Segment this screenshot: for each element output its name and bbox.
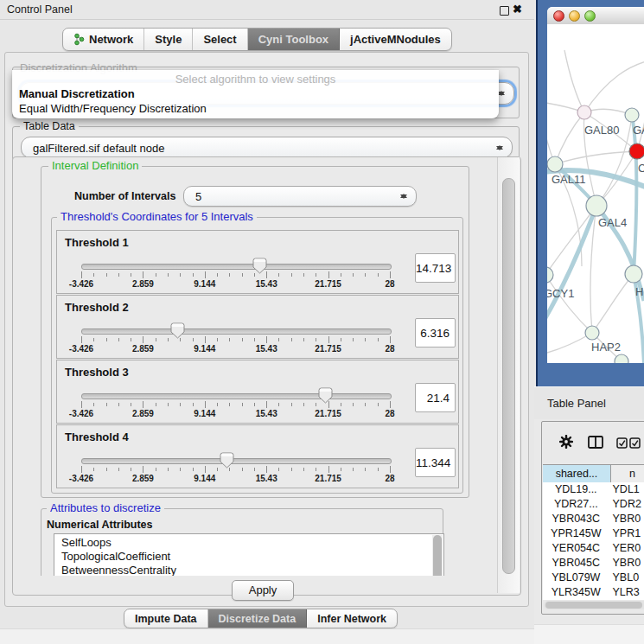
tick-label: 28 <box>368 474 411 483</box>
threshold-value-field[interactable]: 11.344 <box>415 448 456 477</box>
network-edge[interactable] <box>592 274 634 333</box>
settings-scroll-panel: Interval Definition Number of Intervals … <box>12 156 521 596</box>
apply-button[interactable]: Apply <box>232 580 294 601</box>
network-edge[interactable] <box>547 333 592 354</box>
tab-cyni-toolbox[interactable]: Cyni Toolbox <box>248 29 340 50</box>
threshold-value-field[interactable]: 21.4 <box>415 383 456 412</box>
slider-thumb[interactable] <box>170 322 185 339</box>
table-row[interactable]: YBR045CYBR0 <box>543 556 644 571</box>
network-node[interactable] <box>625 108 639 122</box>
minimize-traffic-light-icon[interactable] <box>569 10 580 22</box>
popup-option-manual[interactable]: Manual Discretization <box>19 87 135 100</box>
float-window-icon[interactable] <box>500 6 509 16</box>
tab-infer-network[interactable]: Infer Network <box>307 609 397 628</box>
network-node[interactable] <box>547 156 563 172</box>
tick-mark <box>378 468 379 471</box>
network-node[interactable] <box>629 143 644 159</box>
checkbox-icon[interactable] <box>629 437 641 452</box>
table-row[interactable]: YBR043CYBR0 <box>543 512 644 526</box>
network-edge[interactable] <box>584 61 644 112</box>
network-graph[interactable]: GAL80GACGAL11GAL4HGCY1HAP2 <box>547 24 644 363</box>
tab-label: jActiveMNodules <box>350 33 441 46</box>
tab-discretize-data[interactable]: Discretize Data <box>208 609 308 628</box>
close-traffic-light-icon[interactable] <box>553 10 564 22</box>
tick-mark <box>328 466 329 473</box>
slider-track[interactable] <box>81 458 392 464</box>
network-node[interactable] <box>625 265 642 283</box>
tick-mark <box>229 338 230 341</box>
network-edge[interactable] <box>555 151 637 164</box>
network-edge[interactable] <box>555 112 584 164</box>
network-node[interactable] <box>615 354 628 363</box>
column-header-shared-name[interactable]: shared... <box>543 465 611 482</box>
network-node[interactable] <box>585 326 599 340</box>
network-edge[interactable] <box>637 93 644 151</box>
control-panel-titlebar: Control Panel ✖ <box>0 0 534 20</box>
table-row[interactable]: YLR345WYLR3 <box>543 585 644 600</box>
number-of-intervals-combo[interactable]: 5 <box>183 186 417 207</box>
tick-mark <box>303 403 304 406</box>
tab-label: Network <box>89 33 133 46</box>
table-row[interactable]: YBL079WYBL0 <box>543 571 644 585</box>
slider-track[interactable] <box>81 264 392 270</box>
network-edge[interactable] <box>564 50 584 112</box>
tab-jactivemnodules[interactable]: jActiveMNodules <box>340 29 451 50</box>
vertical-scrollbar[interactable] <box>497 157 520 593</box>
close-icon[interactable]: ✖ <box>513 3 522 16</box>
tab-style[interactable]: Style <box>144 29 193 50</box>
right-column: GAL80GACGAL11GAL4HGCY1HAP2 Table Panel <box>534 0 644 644</box>
network-canvas[interactable]: GAL80GACGAL11GAL4HGCY1HAP2 <box>547 24 644 363</box>
split-columns-icon[interactable] <box>588 436 603 452</box>
node-label: GAL4 <box>598 216 627 229</box>
network-node[interactable] <box>586 195 607 216</box>
table-row[interactable]: YPR145WYPR1 <box>543 526 644 541</box>
table-header-row: shared... n <box>543 464 644 483</box>
network-edge-thick[interactable] <box>632 115 637 274</box>
tick-mark <box>328 271 329 278</box>
zoom-traffic-light-icon[interactable] <box>584 10 596 22</box>
attribute-list-item[interactable]: SelfLoops <box>54 536 443 550</box>
hscroll-thumb[interactable] <box>545 602 642 609</box>
network-view-frame[interactable]: GAL80GACGAL11GAL4HGCY1HAP2 <box>536 0 644 386</box>
attribute-list-item[interactable]: TopologicalCoefficient <box>54 550 443 564</box>
table-row[interactable]: YDL19...YDL1 <box>543 482 644 497</box>
slider-track[interactable] <box>81 328 392 335</box>
column-header-name[interactable]: n <box>611 465 644 482</box>
tick-mark <box>180 468 181 471</box>
tick-label: -3.426 <box>60 474 103 483</box>
slider-thumb[interactable] <box>252 258 267 274</box>
scrollbar-thumb[interactable] <box>502 178 515 574</box>
tick-mark <box>390 336 391 343</box>
tab-select[interactable]: Select <box>193 29 247 50</box>
table-data-combo[interactable]: galFiltered.sif default node <box>21 137 513 158</box>
table-cell-name: YPR1 <box>609 526 644 541</box>
numerical-attributes-list[interactable]: SelfLoopsTopologicalCoefficientBetweenne… <box>54 533 444 576</box>
horizontal-scrollbar[interactable] <box>544 601 644 609</box>
network-node[interactable] <box>577 105 591 119</box>
tab-label: Impute Data <box>135 613 197 625</box>
table-row[interactable]: YER054CYER0 <box>543 541 644 556</box>
table-row[interactable]: YDR27...YDR2 <box>543 497 644 512</box>
tab-network[interactable]: Network <box>63 29 144 50</box>
tick-mark <box>168 403 169 406</box>
list-scrollbar[interactable] <box>432 535 443 576</box>
threshold-value-field[interactable]: 6.316 <box>415 318 456 348</box>
slider-thumb[interactable] <box>220 452 234 469</box>
cyni-toolbox-content: Discretization Algorithm Select algorith… <box>4 52 529 607</box>
bottom-strip <box>0 628 534 644</box>
control-panel: Control Panel ✖ Network Style Select C <box>0 0 534 644</box>
slider-thumb[interactable] <box>318 387 333 404</box>
attribute-list-item[interactable]: BetweennessCentrality <box>54 564 443 576</box>
gear-icon[interactable] <box>559 435 573 452</box>
table-panel-header: Table Panel <box>534 386 644 419</box>
network-edge-thick[interactable] <box>547 206 596 327</box>
list-scroll-thumb[interactable] <box>433 535 442 576</box>
threshold-value-field[interactable]: 14.713 <box>415 253 456 283</box>
popup-option-equal-width[interactable]: Equal Width/Frequency Discretization <box>19 102 207 115</box>
tick-label: -3.426 <box>60 344 103 354</box>
slider-track[interactable] <box>81 393 392 399</box>
network-node[interactable] <box>547 267 553 283</box>
tab-impute-data[interactable]: Impute Data <box>124 609 208 628</box>
tick-mark <box>106 403 107 406</box>
checkbox-icon[interactable] <box>616 437 628 452</box>
